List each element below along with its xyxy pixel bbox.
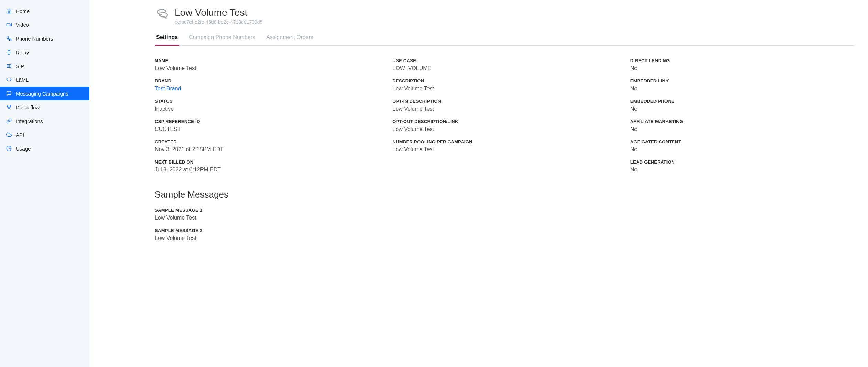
chart-icon	[6, 145, 12, 152]
sidebar-item-label: Integrations	[16, 118, 43, 124]
sidebar-item-dialogflow[interactable]: Dialogflow	[0, 100, 89, 114]
brand-link[interactable]: Test Brand	[155, 86, 379, 92]
svg-point-9	[9, 108, 10, 109]
field-label: STATUS	[155, 99, 379, 104]
sample-messages-list: SAMPLE MESSAGE 1 Low Volume Test SAMPLE …	[155, 208, 854, 241]
field-csp-reference-id: CSP REFERENCE ID CCCTEST	[155, 119, 379, 132]
field-value: Low Volume Test	[155, 235, 854, 241]
field-opt-in-description: OPT-IN DESCRIPTION Low Volume Test	[392, 99, 616, 112]
details-col-2: USE CASE LOW_VOLUME DESCRIPTION Low Volu…	[392, 58, 616, 180]
sidebar-item-label: Phone Numbers	[16, 36, 53, 42]
field-label: SAMPLE MESSAGE 2	[155, 228, 854, 233]
field-age-gated-content: AGE GATED CONTENT No	[630, 139, 854, 153]
sidebar-item-messaging-campaigns[interactable]: Messaging Campaigns	[0, 87, 89, 100]
tabs: Settings Campaign Phone Numbers Assignme…	[155, 31, 854, 46]
field-description: DESCRIPTION Low Volume Test	[392, 78, 616, 92]
field-value: Low Volume Test	[155, 215, 854, 221]
relay-icon	[6, 49, 12, 56]
field-label: USE CASE	[392, 58, 616, 63]
sidebar-item-integrations[interactable]: Integrations	[0, 114, 89, 128]
field-direct-lending: DIRECT LENDING No	[630, 58, 854, 71]
svg-rect-0	[7, 23, 10, 26]
field-value: CCCTEST	[155, 126, 379, 132]
svg-point-7	[7, 105, 8, 107]
page-title: Low Volume Test	[175, 7, 262, 19]
field-created: CREATED Nov 3, 2021 at 2:18PM EDT	[155, 139, 379, 153]
dialogflow-icon	[6, 104, 12, 111]
field-value: Low Volume Test	[155, 65, 379, 71]
field-value: No	[630, 65, 854, 71]
details-grid: NAME Low Volume Test BRAND Test Brand ST…	[155, 58, 854, 180]
field-label: EMBEDDED LINK	[630, 78, 854, 84]
sidebar-item-label: API	[16, 132, 24, 138]
sidebar-item-label: SIP	[16, 63, 24, 69]
sidebar-item-phone-numbers[interactable]: Phone Numbers	[0, 32, 89, 45]
field-label: DESCRIPTION	[392, 78, 616, 84]
tab-settings[interactable]: Settings	[155, 31, 179, 46]
tab-assignment-orders[interactable]: Assignment Orders	[265, 31, 315, 46]
field-embedded-link: EMBEDDED LINK No	[630, 78, 854, 92]
field-label: CSP REFERENCE ID	[155, 119, 379, 124]
field-label: EMBEDDED PHONE	[630, 99, 854, 104]
field-number-pooling: NUMBER POOLING PER CAMPAIGN Low Volume T…	[392, 139, 616, 153]
field-label: CREATED	[155, 139, 379, 144]
field-opt-out-description: OPT-OUT DESCRIPTION/LINK Low Volume Test	[392, 119, 616, 132]
home-icon	[6, 8, 12, 14]
phone-icon	[6, 35, 12, 42]
sample-message-2: SAMPLE MESSAGE 2 Low Volume Test	[155, 228, 854, 241]
field-value: LOW_VOLUME	[392, 65, 616, 71]
sample-message-1: SAMPLE MESSAGE 1 Low Volume Test	[155, 208, 854, 221]
field-label: DIRECT LENDING	[630, 58, 854, 63]
svg-rect-2	[8, 50, 10, 54]
field-label: LEAD GENERATION	[630, 159, 854, 165]
sidebar-item-label: Messaging Campaigns	[16, 91, 68, 97]
tab-campaign-phone-numbers[interactable]: Campaign Phone Numbers	[187, 31, 257, 46]
details-col-3: DIRECT LENDING No EMBEDDED LINK No EMBED…	[630, 58, 854, 180]
field-label: SAMPLE MESSAGE 1	[155, 208, 854, 213]
field-label: OPT-OUT DESCRIPTION/LINK	[392, 119, 616, 124]
sidebar-item-api[interactable]: API	[0, 128, 89, 142]
field-value: Nov 3, 2021 at 2:18PM EDT	[155, 146, 379, 153]
sidebar-item-home[interactable]: Home	[0, 4, 89, 18]
page-header: Low Volume Test eefbc7ef-d2fe-45d8-be2e-…	[155, 7, 854, 25]
sidebar-item-label: Home	[16, 8, 30, 14]
field-label: NAME	[155, 58, 379, 63]
sidebar-item-relay[interactable]: Relay	[0, 45, 89, 59]
field-label: BRAND	[155, 78, 379, 84]
field-value: No	[630, 106, 854, 112]
main-content: Low Volume Test eefbc7ef-d2fe-45d8-be2e-…	[89, 0, 868, 367]
sidebar-item-label: Video	[16, 22, 29, 28]
field-value: No	[630, 126, 854, 132]
field-label: NEXT BILLED ON	[155, 159, 379, 165]
sidebar-item-sip[interactable]: SIP	[0, 59, 89, 73]
sidebar-item-video[interactable]: Video	[0, 18, 89, 32]
field-use-case: USE CASE LOW_VOLUME	[392, 58, 616, 71]
field-name: NAME Low Volume Test	[155, 58, 379, 71]
field-value: Low Volume Test	[392, 126, 616, 132]
sidebar-item-label: Usage	[16, 146, 31, 152]
field-next-billed-on: NEXT BILLED ON Jul 3, 2022 at 6:12PM EDT	[155, 159, 379, 173]
field-value: No	[630, 167, 854, 173]
field-label: AGE GATED CONTENT	[630, 139, 854, 144]
svg-marker-1	[10, 24, 12, 26]
field-label: NUMBER POOLING PER CAMPAIGN	[392, 139, 616, 144]
sidebar: Home Video Phone Numbers Relay SIP LāML …	[0, 0, 89, 367]
field-label: AFFILIATE MARKETING	[630, 119, 854, 124]
code-icon	[6, 76, 12, 83]
sample-messages-heading: Sample Messages	[155, 189, 854, 200]
field-brand: BRAND Test Brand	[155, 78, 379, 92]
field-label: OPT-IN DESCRIPTION	[392, 99, 616, 104]
cloud-icon	[6, 131, 12, 138]
field-value: Inactive	[155, 106, 379, 112]
field-value: Jul 3, 2022 at 6:12PM EDT	[155, 167, 379, 173]
campaign-icon	[155, 7, 170, 22]
details-col-1: NAME Low Volume Test BRAND Test Brand ST…	[155, 58, 379, 180]
sidebar-item-usage[interactable]: Usage	[0, 142, 89, 155]
sidebar-item-label: Dialogflow	[16, 104, 40, 110]
message-icon	[6, 90, 12, 97]
field-affiliate-marketing: AFFILIATE MARKETING No	[630, 119, 854, 132]
sidebar-item-laml[interactable]: LāML	[0, 73, 89, 87]
sidebar-item-label: Relay	[16, 49, 29, 55]
field-embedded-phone: EMBEDDED PHONE No	[630, 99, 854, 112]
field-lead-generation: LEAD GENERATION No	[630, 159, 854, 173]
